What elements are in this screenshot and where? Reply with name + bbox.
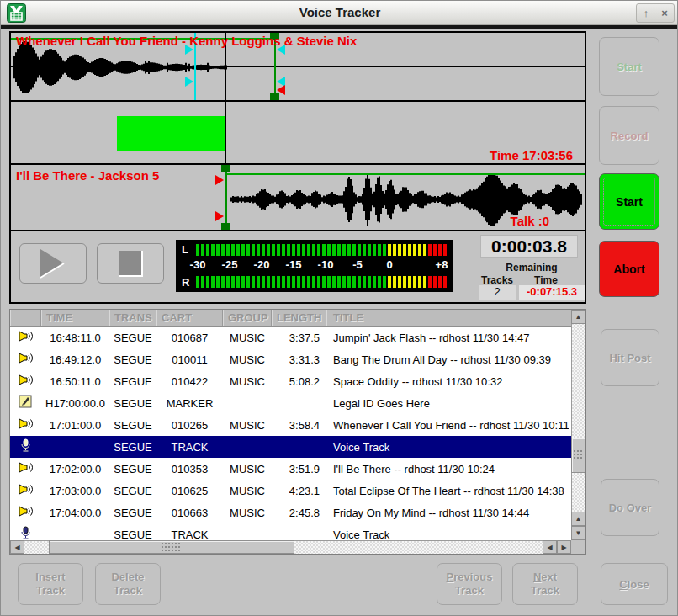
meter-segment [428,276,432,288]
next-track-button[interactable]: Next Track [512,563,578,605]
abort-button[interactable]: Abort [599,241,659,297]
do-over-button[interactable]: Do Over [601,479,659,536]
meter-segment [277,276,280,288]
table-row[interactable]: 17:03:00.0SEGUE010625MUSIC4:23.1Total Ec… [10,480,571,502]
region-time-label: Time 17:03:56 [490,148,573,162]
remaining-tracks-label: Tracks [479,274,516,286]
cell-length: 5:08.2 [272,375,326,388]
meter-segment [398,276,401,288]
meter-segment [408,276,411,288]
deck2-track-title: I'll Be There - Jackson 5 [16,168,159,183]
header-time[interactable]: TIME [41,310,109,326]
strip-position-line [225,102,226,163]
meter-left-label: L [182,243,188,256]
deck2-start-marker-handle-top[interactable] [215,175,224,185]
meter-segment [292,276,295,288]
start-deck2-button[interactable]: Start [599,173,659,230]
meter-segment [196,276,199,288]
scroll-down-icon[interactable]: ▼ [571,526,585,540]
deck2-start-marker-square-bottom[interactable] [221,223,230,230]
hit-post-button[interactable]: Hit Post [601,329,659,386]
meter-segment [246,276,250,288]
table-row[interactable]: 16:48:11.0SEGUE010687MUSIC3:37.5Jumpin' … [10,327,571,348]
cell-length: 3:51.9 [272,463,326,475]
horizontal-scroll-thumb[interactable] [49,540,294,554]
horizontal-scrollbar[interactable]: ◀ ◀ ▶ [10,540,571,554]
cell-icon [10,329,41,346]
close-button[interactable]: Close [601,563,668,605]
meter-segment [368,276,371,288]
meter-segment [383,276,386,288]
start-deck1-button[interactable]: Start [599,37,659,96]
table-row[interactable]: SEGUETRACKVoice Track [10,523,571,540]
deck1-start-marker-handle-bottom[interactable] [185,77,193,87]
table-row[interactable]: 17:01:00.0SEGUE010265MUSIC3:58.4Whenever… [10,414,571,436]
shade-icon[interactable]: ↑ [637,4,655,22]
cell-trans: SEGUE [109,528,156,541]
header-trans[interactable]: TRANS [109,310,156,326]
cell-cart: 010422 [156,375,223,388]
meter-scale: -30-25-20-15-10-50+8 [176,258,453,272]
vertical-scrollbar[interactable]: ▲ ▲ ▼ [571,310,585,540]
meter-left-channel [196,244,450,256]
table-row[interactable]: H17:00:00.0SEGUEMARKERLegal ID Goes Here [10,392,571,414]
table-row[interactable]: 16:49:12.0SEGUE010011MUSIC3:31.3Bang The… [10,348,571,370]
stop-button[interactable] [97,243,164,284]
cell-trans: SEGUE [109,507,156,519]
talk-time-label: Talk :0 [511,214,549,228]
scroll-left-icon[interactable]: ◀ [10,540,24,554]
meter-segment [443,244,447,256]
cell-title: Voice Track [326,441,571,454]
mic-icon [20,438,31,453]
meter-segment [282,244,285,256]
record-button[interactable]: Record [599,106,659,165]
meter-segment [418,244,421,256]
table-row[interactable]: SEGUETRACKVoice Track [10,436,571,458]
cell-title: Voice Track [326,528,571,541]
cell-time: 17:01:00.0 [41,419,109,432]
header-group[interactable]: GROUP [223,310,272,326]
header-title[interactable]: TITLE [326,310,571,326]
speaker-icon [18,504,34,518]
log-rows: 16:48:11.0SEGUE010687MUSIC3:37.5Jumpin' … [10,327,571,540]
cell-trans: SEGUE [109,353,156,366]
meter-segment [428,244,432,256]
meter-segment [388,244,391,256]
cell-trans: SEGUE [109,397,156,410]
play-button[interactable] [19,243,87,284]
header-cart[interactable]: CART [156,310,223,326]
scrollbar-corner [571,540,585,554]
stop-icon [115,248,146,279]
meter-segment [418,276,421,288]
meter-segment [287,244,290,256]
meter-segment [201,244,204,256]
table-row[interactable]: 17:04:00.0SEGUE010663MUSIC2:45.8Friday O… [10,502,571,523]
meter-segment [241,244,245,256]
meter-segment [287,276,290,288]
meter-right-channel [196,276,450,288]
table-row[interactable]: 17:02:00.0SEGUE010353MUSIC3:51.9I'll Be … [10,458,571,480]
deck2-start-marker-handle-bottom[interactable] [215,211,224,221]
header-length[interactable]: LENGTH [272,310,326,326]
deck2-start-marker-square-top[interactable] [221,165,230,172]
table-row[interactable]: 16:50:11.0SEGUE010422MUSIC5:08.2Space Od… [10,370,571,392]
vertical-scroll-thumb[interactable] [571,438,585,473]
meter-scale-label: -20 [254,258,270,271]
scroll-up-icon[interactable]: ▲ [571,310,585,324]
delete-track-button[interactable]: Delete Track [95,563,161,605]
meter-scale-label: -30 [190,258,206,271]
deck1-fade-marker-handle[interactable] [277,85,285,95]
meter-segment [312,244,315,256]
insert-track-button[interactable]: Insert Track [18,563,83,605]
previous-track-button[interactable]: Previous Track [437,563,502,605]
scroll-up2-icon[interactable]: ▲ [571,512,585,526]
cell-title: I'll Be There -- rdhost 11/30 10:24 [326,463,571,475]
header-icon-column[interactable] [10,310,41,326]
scroll-left2-icon[interactable]: ◀ [543,540,557,554]
meter-scale-label: 0 [386,258,392,271]
cell-title: Bang The Drum All Day -- rdhost 11/30 09… [326,353,571,366]
close-icon[interactable]: × [655,4,674,22]
scroll-right-icon[interactable]: ▶ [557,540,571,554]
voice-track-region[interactable] [117,116,226,151]
cell-group: MUSIC [223,419,272,432]
